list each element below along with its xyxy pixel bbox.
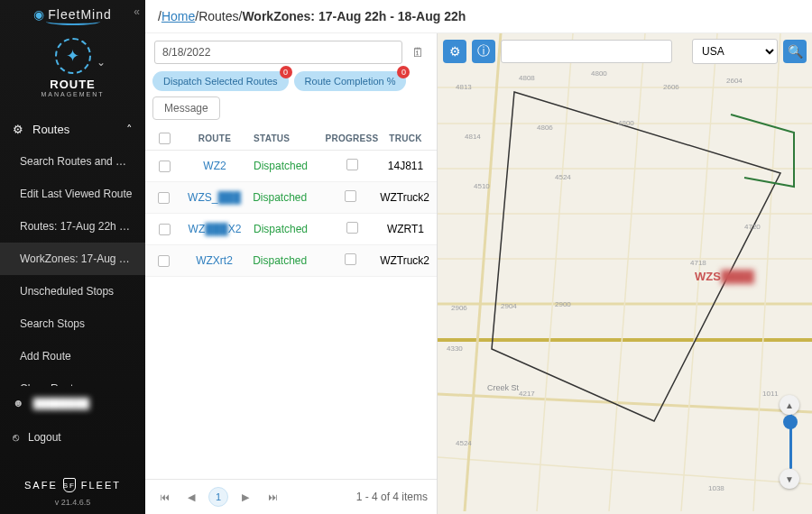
date-input[interactable] [154,41,402,64]
action-chip-bar: Dispatch Selected Routes 0 Route Complet… [145,69,437,127]
message-button[interactable]: Message [152,96,220,120]
completion-badge: 0 [397,66,410,78]
svg-line-9 [465,33,501,511]
table-row[interactable]: WZ███X2 Dispatched WZRT1 [145,214,437,245]
col-truck[interactable]: TRUCK [382,133,429,143]
footer-brand: SAFE SF FLEET [0,473,145,494]
zoom-in-button[interactable]: ▲ [780,395,799,415]
logout-link[interactable]: ⎋ Logout [0,420,145,454]
route-link: WZXrt2 [176,254,253,267]
brand-name: FleetMind [48,7,111,22]
nav-section-label: Routes [32,123,69,136]
sidebar: « ◉ FleetMind ✦ ROUTE MANAGEMENT ⌄ ⚙Rout… [0,0,145,514]
col-progress[interactable]: PROGRESS [322,133,382,143]
chevron-down-icon[interactable]: ⌄ [97,56,106,69]
chip-label: Dispatch Selected Routes [163,76,278,87]
pager-prev-icon[interactable]: ◀ [181,487,201,507]
truck-label: WZTruck2 [380,191,429,204]
table-row[interactable]: WZXrt2 Dispatched WZTruck2 [145,245,437,277]
user-name-masked: ████████ [33,398,89,408]
status-label: Dispatched [254,223,322,235]
user-icon: ☻ [13,397,24,409]
nav: ⚙Routes ˄ Search Routes and Sto... Edit … [0,114,145,386]
breadcrumb-home[interactable]: Home [161,9,195,23]
route-link[interactable]: WZS_███ [176,191,253,204]
table-row[interactable]: WZS_███ Dispatched WZTruck2 [145,182,437,214]
pager-summary: 1 - 4 of 4 items [356,491,428,503]
table-body: WZ2 Dispatched 14J811 WZS_███ Dispatched… [145,151,437,479]
calendar-icon[interactable]: 🗓 [408,45,428,60]
shield-icon: SF [63,478,76,492]
map-search-input[interactable] [501,40,672,63]
progress-checkbox[interactable] [346,222,358,234]
status-label: Dispatched [253,191,320,204]
route-module-icon: ✦ [55,38,91,74]
nav-item-edit-last-route[interactable]: Edit Last Viewed Route [0,178,145,210]
dispatch-selected-button[interactable]: Dispatch Selected Routes 0 [152,71,289,91]
truck-label: WZTruck2 [380,254,429,267]
route-completion-button[interactable]: Route Completion % 0 [294,71,407,91]
truck-label: 14J811 [382,160,429,172]
progress-checkbox[interactable] [346,159,358,170]
country-select[interactable]: USA [692,39,778,64]
nav-item-workzones-range[interactable]: WorkZones: 17-Aug 22... [0,243,145,275]
map-info-button[interactable]: ⓘ [472,40,495,63]
col-route[interactable]: ROUTE [176,133,254,143]
logout-icon: ⎋ [13,431,19,444]
collapse-sidebar-icon[interactable]: « [134,5,140,18]
gear-icon: ⚙ [449,44,461,59]
route-link[interactable]: WZ███X2 [176,223,254,235]
svg-line-13 [753,33,780,511]
table-row[interactable]: WZ2 Dispatched 14J811 [145,151,437,182]
select-all-checkbox[interactable] [159,133,171,144]
logout-label: Logout [28,431,61,444]
row-checkbox[interactable] [159,224,171,235]
nav-item-routes-range[interactable]: Routes: 17-Aug 22h - 1... [0,210,145,243]
info-icon: ⓘ [477,43,490,60]
nav-item-add-route[interactable]: Add Route [0,340,145,372]
map-panel[interactable]: ⚙ ⓘ USA 🔍 [438,33,812,514]
breadcrumb-routes: Routes [198,9,238,23]
table-header: ROUTE STATUS PROGRESS TRUCK [145,127,437,151]
app-root: « ◉ FleetMind ✦ ROUTE MANAGEMENT ⌄ ⚙Rout… [0,0,812,514]
zoom-handle[interactable] [783,415,798,429]
row-checkbox[interactable] [159,161,171,172]
footer-brand-right: FLEET [81,480,121,491]
search-icon: 🔍 [788,44,803,59]
nav-item-search-routes[interactable]: Search Routes and Sto... [0,145,145,178]
street-label: Creek St [487,383,519,392]
pager-last-icon[interactable]: ⏭ [263,487,282,507]
status-label: Dispatched [254,160,322,172]
route-link: WZ2 [176,160,254,172]
zoom-control: ▲ ▼ [778,395,801,489]
pager: ⏮ ◀ 1 ▶ ⏭ 1 - 4 of 4 items [145,479,437,514]
status-label: Dispatched [253,254,320,267]
col-status[interactable]: STATUS [254,133,322,143]
app-version: v 21.4.6.5 [0,494,145,514]
row-checkbox[interactable] [158,255,170,267]
pager-current[interactable]: 1 [208,487,228,507]
map-roads [438,33,812,511]
module-selector[interactable]: ✦ ROUTE MANAGEMENT ⌄ [0,29,145,114]
row-checkbox[interactable] [158,192,170,204]
map-search-button[interactable]: 🔍 [783,40,807,63]
nav-item-close-routes[interactable]: Close Routes [0,372,145,386]
zoom-out-button[interactable]: ▼ [780,469,799,489]
routes-panel: 🗓 Dispatch Selected Routes 0 Route Compl… [145,33,438,514]
pager-next-icon[interactable]: ▶ [235,487,255,507]
progress-checkbox[interactable] [345,253,356,265]
nav-item-unscheduled-stops[interactable]: Unscheduled Stops [0,275,145,307]
progress-checkbox[interactable] [345,190,356,202]
nav-item-search-stops[interactable]: Search Stops [0,307,145,340]
pager-first-icon[interactable]: ⏮ [154,487,174,507]
globe-icon: ◉ [33,7,44,22]
truck-label: WZRT1 [382,223,429,235]
nav-section-routes[interactable]: ⚙Routes ˄ [0,114,145,145]
chevron-up-icon: ˄ [126,123,133,136]
main: / Home / Routes / WorkZones: 17-Aug 22h … [145,0,812,514]
user-block[interactable]: ☻ ████████ [0,386,145,420]
svg-line-11 [609,33,645,511]
map-settings-button[interactable]: ⚙ [443,40,466,63]
breadcrumb-workzones: WorkZones: 17-Aug 22h - 18-Aug 22h [242,9,466,23]
brand-block: ◉ FleetMind [0,0,145,29]
